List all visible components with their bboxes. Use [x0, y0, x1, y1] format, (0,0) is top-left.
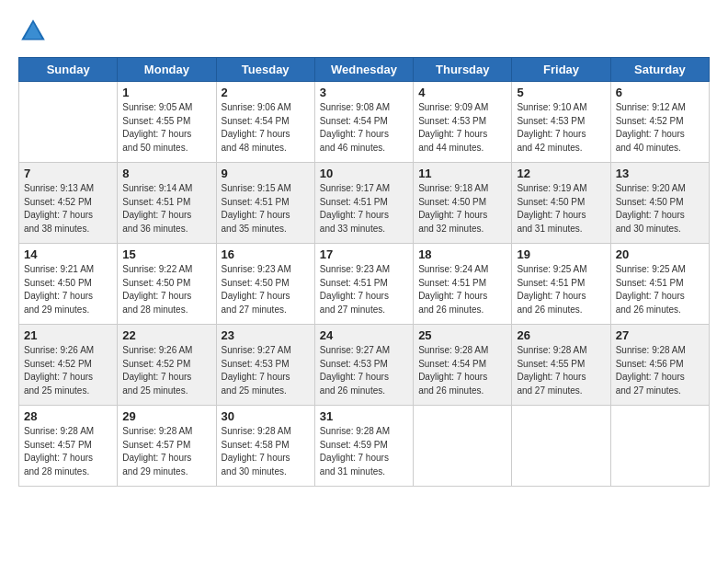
day-number: 20 [616, 247, 704, 261]
day-info: Sunrise: 9:14 AMSunset: 4:51 PMDaylight:… [122, 182, 210, 236]
calendar-day-cell: 6Sunrise: 9:12 AMSunset: 4:52 PMDaylight… [610, 82, 709, 163]
day-number: 21 [24, 328, 112, 342]
day-info: Sunrise: 9:22 AMSunset: 4:50 PMDaylight:… [122, 263, 210, 316]
day-info: Sunrise: 9:26 AMSunset: 4:52 PMDaylight:… [122, 344, 210, 397]
calendar-day-cell: 30Sunrise: 9:28 AMSunset: 4:58 PMDayligh… [216, 406, 314, 487]
calendar-day-cell: 14Sunrise: 9:21 AMSunset: 4:50 PMDayligh… [19, 244, 118, 325]
logo-icon [18, 17, 48, 46]
day-number: 30 [222, 409, 310, 423]
day-number: 9 [222, 167, 310, 180]
day-of-week-header: Monday [118, 58, 216, 82]
page: SundayMondayTuesdayWednesdayThursdayFrid… [0, 0, 728, 563]
calendar-day-cell: 29Sunrise: 9:28 AMSunset: 4:57 PMDayligh… [118, 406, 216, 487]
day-info: Sunrise: 9:18 AMSunset: 4:50 PMDaylight:… [418, 182, 506, 236]
calendar-day-cell: 23Sunrise: 9:27 AMSunset: 4:53 PMDayligh… [216, 325, 314, 406]
calendar-day-cell: 2Sunrise: 9:06 AMSunset: 4:54 PMDaylight… [216, 82, 314, 163]
day-info: Sunrise: 9:05 AMSunset: 4:55 PMDaylight:… [122, 101, 210, 155]
day-info: Sunrise: 9:27 AMSunset: 4:53 PMDaylight:… [222, 344, 310, 397]
day-number: 26 [517, 328, 605, 342]
calendar-day-cell: 7Sunrise: 9:13 AMSunset: 4:52 PMDaylight… [19, 163, 118, 244]
calendar-day-cell: 17Sunrise: 9:23 AMSunset: 4:51 PMDayligh… [314, 244, 413, 325]
day-number: 8 [122, 167, 210, 180]
calendar-header-row: SundayMondayTuesdayWednesdayThursdayFrid… [19, 58, 710, 82]
calendar-day-cell: 21Sunrise: 9:26 AMSunset: 4:52 PMDayligh… [19, 325, 118, 406]
day-of-week-header: Sunday [19, 58, 118, 82]
day-number: 1 [122, 86, 210, 99]
day-number: 28 [24, 409, 112, 423]
day-number: 12 [517, 167, 605, 180]
day-of-week-header: Thursday [414, 58, 512, 82]
day-number: 29 [122, 409, 210, 423]
day-info: Sunrise: 9:08 AMSunset: 4:54 PMDaylight:… [320, 101, 408, 155]
calendar-day-cell: 10Sunrise: 9:17 AMSunset: 4:51 PMDayligh… [314, 163, 413, 244]
calendar-day-cell: 5Sunrise: 9:10 AMSunset: 4:53 PMDaylight… [512, 82, 610, 163]
calendar-week-row: 1Sunrise: 9:05 AMSunset: 4:55 PMDaylight… [19, 82, 710, 163]
day-number: 6 [616, 86, 704, 99]
day-info: Sunrise: 9:06 AMSunset: 4:54 PMDaylight:… [222, 101, 310, 155]
day-info: Sunrise: 9:28 AMSunset: 4:54 PMDaylight:… [418, 344, 506, 397]
day-number: 2 [222, 86, 310, 99]
day-info: Sunrise: 9:19 AMSunset: 4:50 PMDaylight:… [517, 182, 605, 236]
day-info: Sunrise: 9:10 AMSunset: 4:53 PMDaylight:… [517, 101, 605, 155]
day-number: 13 [616, 167, 704, 180]
day-number: 24 [320, 328, 408, 342]
day-info: Sunrise: 9:28 AMSunset: 4:57 PMDaylight:… [122, 425, 210, 478]
day-number: 18 [418, 247, 506, 261]
calendar-day-cell: 13Sunrise: 9:20 AMSunset: 4:50 PMDayligh… [610, 163, 709, 244]
day-info: Sunrise: 9:24 AMSunset: 4:51 PMDaylight:… [418, 263, 506, 316]
calendar-table: SundayMondayTuesdayWednesdayThursdayFrid… [18, 57, 710, 487]
day-info: Sunrise: 9:15 AMSunset: 4:51 PMDaylight:… [222, 182, 310, 236]
day-info: Sunrise: 9:25 AMSunset: 4:51 PMDaylight:… [517, 263, 605, 316]
calendar-day-cell: 18Sunrise: 9:24 AMSunset: 4:51 PMDayligh… [414, 244, 512, 325]
day-info: Sunrise: 9:12 AMSunset: 4:52 PMDaylight:… [616, 101, 704, 155]
calendar-day-cell: 12Sunrise: 9:19 AMSunset: 4:50 PMDayligh… [512, 163, 610, 244]
day-info: Sunrise: 9:28 AMSunset: 4:58 PMDaylight:… [222, 425, 310, 478]
calendar-week-row: 28Sunrise: 9:28 AMSunset: 4:57 PMDayligh… [19, 406, 710, 487]
calendar-day-cell [414, 406, 512, 487]
day-info: Sunrise: 9:09 AMSunset: 4:53 PMDaylight:… [418, 101, 506, 155]
calendar-week-row: 14Sunrise: 9:21 AMSunset: 4:50 PMDayligh… [19, 244, 710, 325]
calendar-day-cell: 16Sunrise: 9:23 AMSunset: 4:50 PMDayligh… [216, 244, 314, 325]
calendar-week-row: 7Sunrise: 9:13 AMSunset: 4:52 PMDaylight… [19, 163, 710, 244]
day-info: Sunrise: 9:25 AMSunset: 4:51 PMDaylight:… [616, 263, 704, 316]
day-number: 17 [320, 247, 408, 261]
calendar-day-cell: 24Sunrise: 9:27 AMSunset: 4:53 PMDayligh… [314, 325, 413, 406]
calendar-day-cell: 8Sunrise: 9:14 AMSunset: 4:51 PMDaylight… [118, 163, 216, 244]
calendar-day-cell: 1Sunrise: 9:05 AMSunset: 4:55 PMDaylight… [118, 82, 216, 163]
calendar-day-cell: 25Sunrise: 9:28 AMSunset: 4:54 PMDayligh… [414, 325, 512, 406]
calendar-day-cell: 26Sunrise: 9:28 AMSunset: 4:55 PMDayligh… [512, 325, 610, 406]
day-info: Sunrise: 9:26 AMSunset: 4:52 PMDaylight:… [24, 344, 112, 397]
day-info: Sunrise: 9:23 AMSunset: 4:51 PMDaylight:… [320, 263, 408, 316]
calendar-day-cell: 3Sunrise: 9:08 AMSunset: 4:54 PMDaylight… [314, 82, 413, 163]
day-number: 5 [517, 86, 605, 99]
calendar-day-cell [19, 82, 118, 163]
day-number: 3 [320, 86, 408, 99]
calendar-day-cell: 19Sunrise: 9:25 AMSunset: 4:51 PMDayligh… [512, 244, 610, 325]
day-number: 10 [320, 167, 408, 180]
day-number: 4 [418, 86, 506, 99]
day-info: Sunrise: 9:21 AMSunset: 4:50 PMDaylight:… [24, 263, 112, 316]
day-info: Sunrise: 9:28 AMSunset: 4:59 PMDaylight:… [320, 425, 408, 478]
day-number: 14 [24, 247, 112, 261]
day-of-week-header: Friday [512, 58, 610, 82]
day-of-week-header: Tuesday [216, 58, 314, 82]
calendar-day-cell: 28Sunrise: 9:28 AMSunset: 4:57 PMDayligh… [19, 406, 118, 487]
calendar-day-cell: 20Sunrise: 9:25 AMSunset: 4:51 PMDayligh… [610, 244, 709, 325]
day-number: 7 [24, 167, 112, 180]
calendar-day-cell: 31Sunrise: 9:28 AMSunset: 4:59 PMDayligh… [314, 406, 413, 487]
header [18, 17, 710, 46]
day-info: Sunrise: 9:13 AMSunset: 4:52 PMDaylight:… [24, 182, 112, 236]
calendar-week-row: 21Sunrise: 9:26 AMSunset: 4:52 PMDayligh… [19, 325, 710, 406]
calendar-day-cell [512, 406, 610, 487]
logo [18, 17, 53, 46]
day-number: 25 [418, 328, 506, 342]
day-info: Sunrise: 9:27 AMSunset: 4:53 PMDaylight:… [320, 344, 408, 397]
calendar-day-cell: 27Sunrise: 9:28 AMSunset: 4:56 PMDayligh… [610, 325, 709, 406]
day-number: 22 [122, 328, 210, 342]
day-number: 16 [222, 247, 310, 261]
calendar-day-cell: 11Sunrise: 9:18 AMSunset: 4:50 PMDayligh… [414, 163, 512, 244]
day-number: 23 [222, 328, 310, 342]
day-info: Sunrise: 9:23 AMSunset: 4:50 PMDaylight:… [222, 263, 310, 316]
day-info: Sunrise: 9:28 AMSunset: 4:55 PMDaylight:… [517, 344, 605, 397]
calendar-day-cell: 9Sunrise: 9:15 AMSunset: 4:51 PMDaylight… [216, 163, 314, 244]
